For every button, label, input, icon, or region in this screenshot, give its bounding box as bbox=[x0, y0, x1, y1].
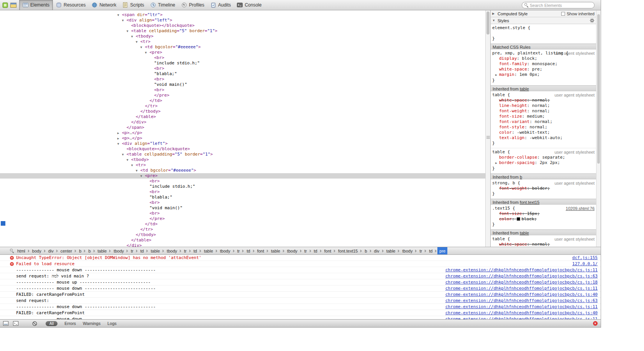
css-selector[interactable]: pre, xmp, plaintext, listing { bbox=[492, 51, 568, 56]
dom-tree-line[interactable]: "void main()" bbox=[0, 205, 485, 211]
css-property[interactable]: font-weight: normal; bbox=[492, 108, 595, 114]
tab-elements[interactable]: Elements bbox=[19, 0, 53, 10]
breadcrumb-crumb-body[interactable]: body bbox=[30, 247, 43, 254]
console-filter-warnings[interactable]: Warnings bbox=[83, 321, 100, 326]
css-selector[interactable]: table { bbox=[492, 149, 510, 154]
breadcrumb-crumb-center[interactable]: center bbox=[59, 247, 74, 254]
disclosure-expanded-icon[interactable]: ▼ bbox=[122, 152, 127, 157]
css-selector[interactable]: table { bbox=[492, 92, 510, 97]
breadcrumb-crumb-b[interactable]: b bbox=[77, 247, 83, 254]
css-property[interactable]: color: black; bbox=[492, 217, 595, 222]
breadcrumb-crumb-td[interactable]: td bbox=[245, 247, 252, 254]
console-source-link[interactable]: 127.0.0.1/ bbox=[568, 261, 598, 267]
disclosure-collapsed-icon[interactable]: ▶ bbox=[117, 131, 122, 136]
css-selector[interactable]: .text15 { bbox=[492, 206, 515, 211]
inherited-node-link[interactable]: b bbox=[520, 175, 522, 179]
breadcrumb-crumb-font[interactable]: font bbox=[322, 247, 333, 254]
css-selector[interactable]: element.style { bbox=[492, 25, 530, 30]
disclosure-expanded-icon[interactable]: ▼ bbox=[145, 50, 150, 56]
console-source-link[interactable]: chrome-extension://dhkplhfnhceodhffomolp… bbox=[441, 298, 598, 303]
dom-tree-line[interactable]: "include stdio.h;" bbox=[0, 61, 485, 66]
inherited-node-link[interactable]: table bbox=[520, 87, 529, 91]
disclosure-expanded-icon[interactable]: ▼ bbox=[136, 168, 140, 174]
styles-header[interactable]: ▼ Styles bbox=[491, 17, 596, 24]
console-source-link[interactable]: chrome-extension://dhkplhfnhceodhffomolp… bbox=[441, 273, 598, 279]
breadcrumb-crumb-b[interactable]: b bbox=[363, 247, 369, 254]
console-toggle-icon[interactable] bbox=[13, 321, 18, 326]
dom-tree-line[interactable]: </table> bbox=[0, 114, 485, 120]
disclosure-expanded-icon[interactable]: ▼ bbox=[127, 29, 131, 34]
breadcrumb-crumb-tr[interactable]: tr bbox=[302, 247, 309, 254]
css-property[interactable]: white-space: pre; bbox=[492, 67, 595, 72]
dom-tree-line[interactable]: <blockquote></blockquote> bbox=[0, 146, 485, 152]
styles-scrollbar-thumb[interactable] bbox=[597, 14, 600, 164]
dom-tree-line[interactable]: ▼<td bgcolor="#eeeeee"> bbox=[0, 44, 485, 50]
toolbar-left-icon-2[interactable] bbox=[10, 1, 17, 9]
disclosure-expanded-icon[interactable]: ▼ bbox=[131, 163, 136, 168]
search-input[interactable] bbox=[522, 2, 595, 8]
dom-tree-line[interactable]: </span> bbox=[0, 125, 485, 130]
dock-icon[interactable] bbox=[3, 321, 8, 326]
dom-tree-line[interactable]: ▶<p>…</p> bbox=[0, 136, 485, 141]
console-source-link[interactable]: chrome-extension://dhkplhfnhceodhffomolp… bbox=[441, 316, 598, 319]
css-property[interactable]: display: block; bbox=[492, 56, 595, 61]
dom-tree-line[interactable]: </tbody> bbox=[0, 109, 485, 114]
breadcrumb-crumb-tbody[interactable]: tbody bbox=[218, 247, 232, 254]
breadcrumb-crumb-table[interactable]: table bbox=[384, 247, 398, 254]
breadcrumb-crumb-table[interactable]: table bbox=[96, 247, 109, 254]
breadcrumb-crumb-td[interactable]: td bbox=[312, 247, 319, 254]
dom-tree-line[interactable]: ▼<span dir="ltr"> bbox=[0, 12, 485, 18]
color-swatch[interactable] bbox=[517, 217, 520, 221]
dom-tree-line[interactable]: </pre> bbox=[0, 216, 485, 221]
dom-tree-line[interactable]: </td> bbox=[0, 98, 485, 103]
css-property[interactable]: ▶border-spacing: 2px 2px; bbox=[492, 160, 595, 166]
tab-audits[interactable]: Audits bbox=[207, 0, 234, 10]
css-property[interactable]: white-space: normal; bbox=[492, 242, 595, 247]
dom-tree-line[interactable]: <br> bbox=[0, 211, 485, 216]
breadcrumb-crumb-tbody[interactable]: tbody bbox=[400, 247, 414, 254]
elements-scrollbar[interactable] bbox=[485, 10, 490, 247]
console-filter-errors[interactable]: Errors bbox=[64, 321, 76, 326]
dom-tree-line[interactable]: </tbody> bbox=[0, 232, 485, 238]
tab-console[interactable]: Console bbox=[234, 0, 264, 10]
console-source-link[interactable]: dcf.js:155 bbox=[568, 255, 598, 261]
dom-tree-line[interactable]: ▼<td bgcolor="#eeeeee"> bbox=[0, 168, 485, 173]
breadcrumb-crumb-tbody[interactable]: tbody bbox=[285, 247, 299, 254]
dom-tree-line[interactable]: "blabla;" bbox=[0, 71, 485, 77]
dom-tree-line[interactable]: </pre> bbox=[0, 93, 485, 98]
styles-scrollbar[interactable] bbox=[596, 10, 601, 247]
css-property[interactable]: font-size: medium; bbox=[492, 114, 595, 119]
console-source-link[interactable]: chrome-extension://dhkplhfnhceodhffomolp… bbox=[441, 267, 598, 273]
console-source-link[interactable]: chrome-extension://dhkplhfnhceodhffomolp… bbox=[441, 279, 598, 285]
breadcrumb-crumb-font.text15[interactable]: font.text15 bbox=[336, 247, 360, 254]
breadcrumb-crumb-tr[interactable]: tr bbox=[129, 247, 135, 254]
disclosure-expanded-icon[interactable]: ▼ bbox=[117, 141, 122, 147]
css-property[interactable]: ▶margin: 1em 0px; bbox=[492, 72, 595, 78]
dom-tree-line[interactable]: ▼<pre> bbox=[0, 50, 485, 55]
dom-tree-line[interactable]: <blockquote></blockquote> bbox=[0, 23, 485, 28]
dom-tree-line[interactable]: </tr> bbox=[0, 227, 485, 232]
console-filter-logs[interactable]: Logs bbox=[107, 321, 117, 326]
css-property[interactable]: font-family: monospace; bbox=[492, 61, 595, 67]
breadcrumb-crumb-table[interactable]: table bbox=[202, 247, 215, 254]
dom-tree-line[interactable]: </table> bbox=[0, 238, 485, 243]
inherited-node-link[interactable]: table bbox=[520, 231, 529, 235]
tab-timeline[interactable]: Timeline bbox=[147, 0, 178, 10]
dom-tree-line[interactable]: ▼<div align="left"> bbox=[0, 141, 485, 146]
css-property[interactable]: color: -webkit-text; bbox=[492, 130, 595, 135]
disclosure-expanded-icon[interactable]: ▼ bbox=[136, 39, 140, 45]
computed-style-header[interactable]: ▶ Computed Style Show inherited bbox=[491, 10, 596, 17]
dom-tree-line[interactable]: <br> bbox=[0, 179, 485, 184]
dom-tree-line[interactable]: <br> bbox=[0, 87, 485, 93]
disclosure-collapsed-icon[interactable]: ▶ bbox=[495, 161, 499, 166]
breadcrumb-crumb-tbody[interactable]: tbody bbox=[112, 247, 126, 254]
css-property[interactable]: font-weight: bolder; bbox=[492, 186, 595, 191]
console-source-link[interactable]: chrome-extension://dhkplhfnhceodhffomolp… bbox=[441, 310, 598, 316]
dom-tree-line[interactable]: ▶<p>…</p> bbox=[0, 130, 485, 136]
dom-tree-line[interactable]: </td> bbox=[0, 221, 485, 227]
dom-tree-line[interactable]: "include stdio.h;" bbox=[0, 184, 485, 189]
inherited-node-link[interactable]: font.text15 bbox=[520, 200, 539, 205]
tab-resources[interactable]: Resources bbox=[53, 0, 89, 10]
disclosure-collapsed-icon[interactable]: ▶ bbox=[117, 136, 122, 141]
console-filter-all[interactable]: All bbox=[46, 321, 58, 326]
